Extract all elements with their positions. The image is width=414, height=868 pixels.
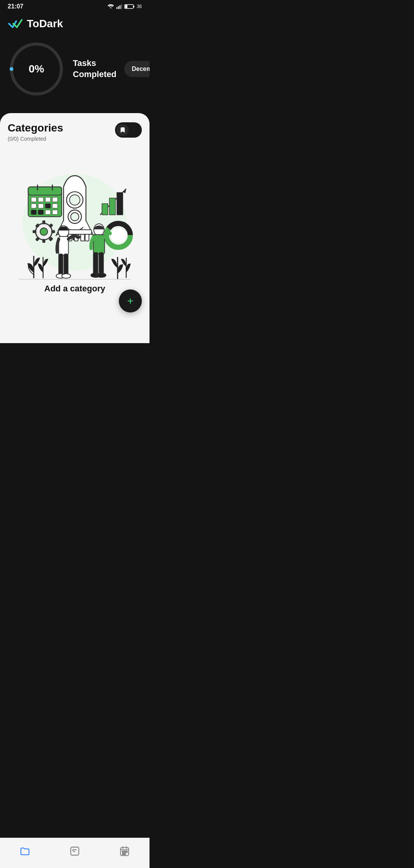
status-icons: 36 — [107, 4, 142, 9]
svg-point-39 — [40, 228, 48, 235]
svg-rect-12 — [28, 187, 61, 195]
svg-rect-42 — [33, 230, 36, 233]
svg-point-59 — [69, 195, 80, 205]
tasks-completed-label: TasksCompleted — [73, 58, 117, 80]
svg-rect-40 — [42, 220, 45, 224]
progress-percent: 0% — [29, 63, 44, 75]
status-time: 21:07 — [8, 3, 23, 10]
date-badge[interactable]: December 27 — [124, 61, 150, 77]
svg-rect-26 — [53, 210, 58, 215]
empty-state: Add a category — [8, 150, 142, 302]
categories-count: (0/0) Completed — [8, 136, 63, 142]
battery-icon — [124, 4, 135, 9]
app-header: ToDark — [0, 12, 150, 36]
svg-rect-18 — [53, 197, 58, 202]
categories-title-group: Categories (0/0) Completed — [8, 122, 63, 142]
wifi-icon — [107, 4, 114, 9]
svg-rect-29 — [102, 204, 108, 215]
add-category-fab[interactable]: + — [119, 289, 142, 312]
categories-toggle[interactable] — [115, 122, 142, 138]
svg-rect-23 — [31, 210, 36, 215]
svg-rect-31 — [117, 192, 123, 215]
svg-rect-21 — [45, 204, 51, 208]
empty-illustration — [8, 153, 142, 280]
svg-rect-75 — [94, 235, 105, 254]
svg-rect-2 — [119, 5, 120, 9]
svg-point-61 — [71, 212, 79, 220]
svg-rect-16 — [38, 197, 44, 202]
categories-title: Categories — [8, 122, 63, 134]
status-bar: 21:07 36 — [0, 0, 150, 12]
svg-rect-22 — [53, 204, 58, 208]
signal-icon — [116, 4, 122, 9]
svg-rect-5 — [133, 5, 134, 7]
svg-rect-6 — [125, 5, 127, 8]
progress-circle: 0% — [8, 40, 65, 98]
svg-rect-0 — [116, 7, 117, 9]
app-title: ToDark — [27, 18, 63, 30]
categories-section: Categories (0/0) Completed — [0, 113, 150, 343]
svg-rect-43 — [51, 230, 55, 233]
svg-point-73 — [62, 274, 71, 278]
svg-point-79 — [96, 273, 106, 278]
battery-level: 36 — [137, 4, 142, 9]
svg-rect-1 — [118, 6, 118, 9]
svg-rect-71 — [64, 254, 68, 276]
svg-rect-41 — [42, 239, 45, 243]
svg-rect-70 — [59, 254, 63, 276]
svg-rect-66 — [81, 234, 85, 241]
svg-rect-25 — [45, 210, 51, 215]
svg-rect-17 — [45, 197, 51, 202]
add-category-label: Add a category — [44, 284, 105, 294]
svg-rect-3 — [121, 4, 122, 9]
toggle-icon — [117, 124, 129, 136]
progress-section: 0% TasksCompleted December 27 — [0, 36, 150, 113]
svg-rect-19 — [31, 204, 36, 208]
fab-plus-icon: + — [127, 296, 133, 306]
svg-rect-24 — [38, 210, 44, 215]
svg-rect-15 — [31, 197, 36, 202]
app-logo — [8, 17, 23, 30]
svg-rect-76 — [94, 252, 98, 275]
svg-rect-77 — [99, 252, 104, 275]
svg-rect-30 — [109, 198, 115, 215]
svg-point-34 — [111, 228, 126, 243]
svg-rect-67 — [85, 234, 89, 241]
categories-header: Categories (0/0) Completed — [8, 122, 142, 142]
svg-point-9 — [10, 67, 13, 71]
svg-rect-20 — [38, 204, 44, 208]
